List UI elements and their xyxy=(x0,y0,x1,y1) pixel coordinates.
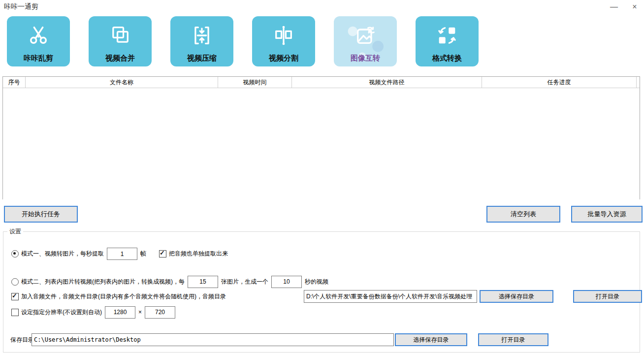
audio-choose-dir-button[interactable]: 选择保存目录 xyxy=(480,290,553,303)
mode2-row: 模式二、列表内图片转视频(把列表内的图片，转换成视频)，每 张图片，生成一个 秒… xyxy=(11,275,328,288)
column-header-duration[interactable]: 视频时间 xyxy=(218,77,292,88)
minimize-button[interactable]: — xyxy=(606,0,622,13)
tile-video-merge[interactable]: 视频合并 xyxy=(89,16,152,66)
extract-audio-checkbox[interactable] xyxy=(159,250,166,258)
audio-dir-input[interactable] xyxy=(304,290,477,303)
mode2-label: 模式二、列表内图片转视频(把列表内的图片，转换成视频)，每 xyxy=(21,278,185,286)
tile-label: 咔咔乱剪 xyxy=(24,52,53,65)
extract-audio-label: 把音频也单独提取出来 xyxy=(169,250,228,258)
mode-tiles: 咔咔乱剪 视频合并 视频压缩 xyxy=(7,16,479,66)
table-body-empty[interactable] xyxy=(3,88,640,199)
settings-group: 设置 模式一、视频转图片，每秒提取 帧 把音频也单独提取出来 模式二、列表内图片… xyxy=(3,231,640,353)
add-audio-checkbox[interactable] xyxy=(11,293,19,300)
resolution-label: 设定指定分辨率(不设置则自动) xyxy=(21,308,102,317)
mode2-mid-label: 张图片，生成一个 xyxy=(221,278,268,286)
batch-import-button[interactable]: 批量导入资源 xyxy=(571,206,643,223)
app-window: 咔咔一通剪 — × 咔咔乱剪 xyxy=(0,0,644,355)
tile-label: 图像互转 xyxy=(351,52,380,65)
mode1-row: 模式一、视频转图片，每秒提取 帧 把音频也单独提取出来 xyxy=(11,248,228,260)
column-header-index[interactable]: 序号 xyxy=(3,77,26,88)
tile-label: 视频分割 xyxy=(269,52,298,65)
images-per-video-input[interactable] xyxy=(188,276,218,288)
mode2-radio[interactable] xyxy=(11,278,19,286)
window-title: 咔咔一通剪 xyxy=(4,2,38,11)
title-bar: 咔咔一通剪 — × xyxy=(0,0,644,14)
settings-group-label: 设置 xyxy=(7,227,23,236)
save-open-dir-button[interactable]: 打开目录 xyxy=(478,333,548,346)
mode1-radio[interactable] xyxy=(11,250,19,258)
start-task-button[interactable]: 开始执行任务 xyxy=(4,206,78,223)
close-button[interactable]: × xyxy=(626,0,643,13)
mode1-unit-label: 帧 xyxy=(140,250,146,258)
column-header-filename[interactable]: 文件名称 xyxy=(26,77,218,88)
tile-format-convert[interactable]: 格式转换 xyxy=(416,16,479,66)
clear-list-button[interactable]: 清空列表 xyxy=(486,206,560,223)
close-icon: × xyxy=(632,2,637,11)
tile-video-split[interactable]: 视频分割 xyxy=(252,16,315,66)
tile-video-compress[interactable]: 视频压缩 xyxy=(170,16,233,66)
scissors-icon xyxy=(27,16,50,52)
merge-icon xyxy=(108,16,132,52)
save-dir-label: 保存目录 xyxy=(10,336,34,344)
split-icon xyxy=(272,16,295,52)
column-header-progress[interactable]: 任务进度 xyxy=(482,77,637,88)
table-header-row: 序号 文件名称 视频时间 视频文件路径 任务进度 xyxy=(3,77,640,88)
tile-kaka-random-cut[interactable]: 咔咔乱剪 xyxy=(7,16,70,66)
save-dir-input[interactable] xyxy=(32,333,394,346)
resolution-width-input[interactable] xyxy=(105,306,135,319)
tile-image-convert[interactable]: 图像互转 xyxy=(334,16,397,66)
resolution-row: 设定指定分辨率(不设置则自动) × xyxy=(11,306,178,319)
save-dir-row: 保存目录 选择保存目录 打开目录 xyxy=(7,333,638,346)
minimize-icon: — xyxy=(610,2,618,11)
resolution-x-label: × xyxy=(138,309,142,316)
tile-label: 格式转换 xyxy=(432,52,462,65)
mode2-suffix-label: 秒的视频 xyxy=(305,278,328,286)
audio-dir-row: 加入音频文件，音频文件目录(目录内有多个音频文件将会随机使用)，音频目录 选择保… xyxy=(7,290,638,303)
column-header-filler xyxy=(637,77,640,88)
save-choose-dir-button[interactable]: 选择保存目录 xyxy=(395,333,467,346)
compress-icon xyxy=(190,16,214,52)
resolution-height-input[interactable] xyxy=(145,306,175,319)
column-header-filepath[interactable]: 视频文件路径 xyxy=(292,77,482,88)
tile-label: 视频压缩 xyxy=(187,52,217,65)
mode1-label: 模式一、视频转图片，每秒提取 xyxy=(21,250,104,258)
resolution-checkbox[interactable] xyxy=(11,309,19,316)
add-audio-label: 加入音频文件，音频文件目录(目录内有多个音频文件将会随机使用)，音频目录 xyxy=(21,292,226,301)
image-convert-icon xyxy=(354,16,377,52)
task-table: 序号 文件名称 视频时间 视频文件路径 任务进度 xyxy=(2,76,640,199)
fps-input[interactable] xyxy=(107,248,137,260)
tile-label: 视频合并 xyxy=(105,52,135,65)
audio-open-dir-button[interactable]: 打开目录 xyxy=(573,290,642,303)
format-convert-icon xyxy=(435,16,459,52)
video-seconds-input[interactable] xyxy=(271,276,302,288)
